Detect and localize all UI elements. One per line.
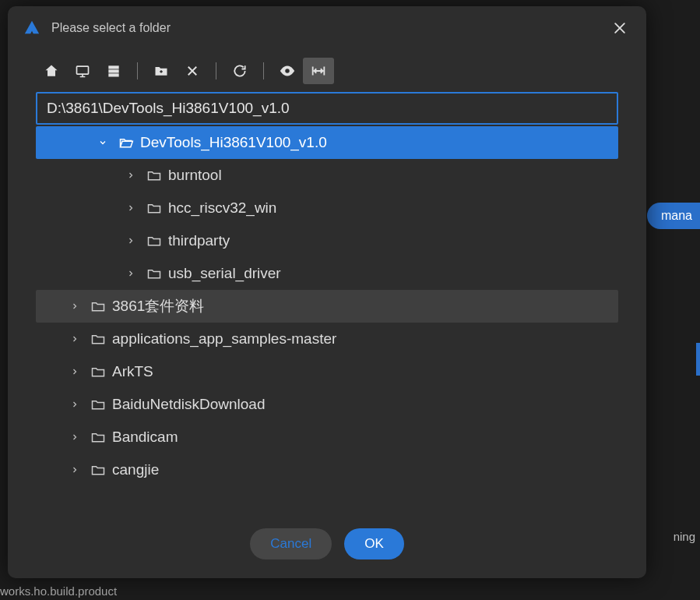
home-button[interactable] [36, 58, 67, 84]
eye-icon [279, 62, 296, 79]
folder-icon [90, 397, 106, 412]
delete-button[interactable] [177, 58, 208, 84]
folder-icon [146, 200, 162, 216]
chevron-right-icon[interactable] [126, 236, 142, 245]
bg-text-ning: ning [674, 530, 695, 543]
chevron-down-icon[interactable] [98, 138, 114, 147]
monitor-icon [75, 63, 90, 79]
svg-point-4 [285, 69, 290, 73]
folder-icon [90, 298, 106, 314]
tree-row[interactable]: cangjie [36, 454, 618, 486]
chevron-right-icon[interactable] [70, 334, 86, 344]
folder-icon [90, 364, 106, 379]
chevron-right-icon[interactable] [126, 269, 142, 278]
bg-blue-edge [696, 343, 700, 376]
dialog-footer: Cancel OK [8, 513, 646, 578]
new-folder-icon [153, 63, 169, 79]
svg-rect-2 [108, 69, 118, 72]
folder-icon [90, 331, 106, 347]
tree-row-label: burntool [168, 167, 222, 184]
home-icon [44, 63, 59, 79]
ok-button[interactable]: OK [344, 528, 404, 559]
tree-row-label: thirdparty [168, 232, 230, 249]
folder-icon [146, 233, 162, 249]
dialog-title: Please select a folder [51, 21, 609, 35]
toolbar-separator [137, 62, 138, 79]
expand-width-icon [310, 62, 327, 79]
desktop-button[interactable] [67, 58, 98, 84]
folder-icon [90, 397, 106, 412]
app-logo-icon [23, 19, 40, 37]
dialog-header: Please select a folder [8, 6, 646, 50]
toolbar-separator [263, 62, 264, 79]
folder-icon [90, 298, 106, 314]
tree-row[interactable]: applications_app_samples-master [36, 323, 618, 355]
tree-row[interactable]: thirdparty [36, 224, 618, 257]
tree-row[interactable]: ArkTS [36, 355, 618, 388]
folder-icon [146, 168, 162, 183]
path-input-wrap [8, 92, 646, 125]
refresh-button[interactable] [224, 58, 255, 84]
tree-row-label: Bandicam [112, 429, 178, 446]
close-icon [612, 20, 628, 36]
folder-icon [146, 233, 162, 249]
folder-icon [90, 429, 106, 445]
tree-row[interactable]: hcc_riscv32_win [36, 192, 618, 224]
expand-toggle-button[interactable] [303, 58, 334, 84]
close-button[interactable] [609, 17, 631, 39]
tree-row[interactable]: DevTools_Hi3861V100_v1.0 [36, 126, 618, 159]
folder-tree-wrap: DevTools_Hi3861V100_v1.0burntoolhcc_risc… [8, 126, 646, 513]
svg-rect-3 [108, 73, 118, 76]
bg-text-product: works.ho.build.product [0, 584, 117, 598]
bg-manage-label: mana [661, 209, 692, 222]
folder-icon [146, 168, 162, 183]
folder-icon [90, 364, 106, 379]
tree-row-label: BaiduNetdiskDownload [112, 396, 265, 413]
folder-icon [146, 266, 162, 281]
folder-icon [146, 200, 162, 216]
path-input[interactable] [36, 92, 618, 125]
refresh-icon [232, 63, 248, 79]
chevron-right-icon[interactable] [70, 432, 86, 442]
chevron-right-icon[interactable] [70, 302, 86, 311]
chevron-right-icon[interactable] [126, 203, 142, 213]
folder-icon [90, 462, 106, 478]
folder-tree[interactable]: DevTools_Hi3861V100_v1.0burntoolhcc_risc… [36, 126, 618, 513]
folder-open-icon [118, 135, 134, 150]
cancel-button[interactable]: Cancel [250, 528, 332, 559]
show-hidden-button[interactable] [272, 58, 303, 84]
tree-row-label: DevTools_Hi3861V100_v1.0 [140, 134, 327, 151]
tree-row[interactable]: BaiduNetdiskDownload [36, 388, 618, 421]
chevron-right-icon[interactable] [70, 465, 86, 475]
dialog-toolbar [8, 50, 646, 92]
tree-row-label: applications_app_samples-master [112, 330, 336, 348]
new-folder-button[interactable] [146, 58, 177, 84]
tree-row-label: cangjie [112, 461, 159, 478]
x-icon [185, 64, 199, 78]
chevron-right-icon[interactable] [70, 400, 86, 409]
tree-row[interactable]: Bandicam [36, 421, 618, 454]
chevron-right-icon[interactable] [70, 367, 86, 376]
drives-button[interactable] [98, 58, 129, 84]
tree-row-label: ArkTS [112, 363, 153, 380]
folder-open-icon [118, 135, 134, 150]
folder-icon [90, 462, 106, 478]
folder-icon [146, 266, 162, 281]
tree-row[interactable]: usb_serial_driver [36, 257, 618, 290]
toolbar-separator [216, 62, 216, 79]
chevron-right-icon[interactable] [126, 171, 142, 180]
folder-select-dialog: Please select a folder [8, 6, 646, 578]
tree-row[interactable]: burntool [36, 159, 618, 192]
tree-row[interactable]: 3861套件资料 [36, 290, 618, 323]
bg-manage-pill[interactable]: mana [647, 203, 700, 229]
svg-rect-0 [77, 66, 89, 74]
tree-row-label: 3861套件资料 [112, 296, 204, 316]
tree-row-label: hcc_riscv32_win [168, 199, 276, 217]
tree-row-label: usb_serial_driver [168, 265, 281, 282]
server-icon [106, 63, 121, 79]
svg-rect-1 [108, 65, 118, 69]
folder-icon [90, 429, 106, 445]
folder-icon [90, 331, 106, 347]
